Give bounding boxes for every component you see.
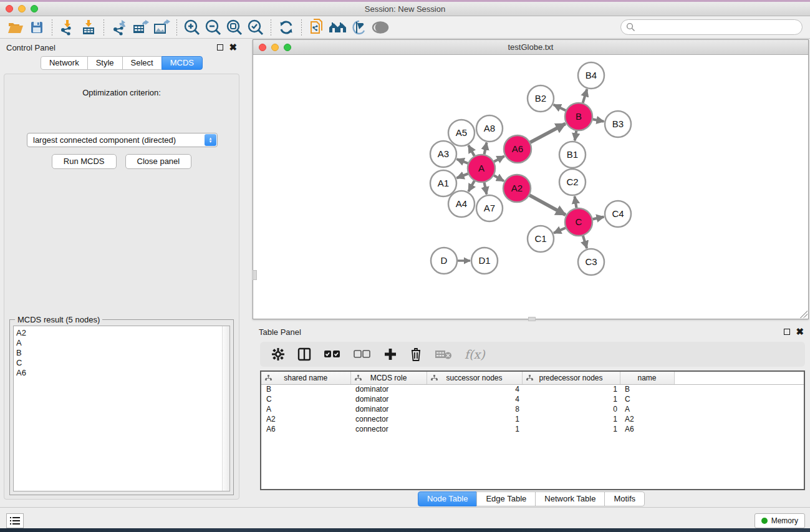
- edge-A-A3[interactable]: [457, 159, 468, 163]
- graph-node-B[interactable]: B: [565, 103, 592, 130]
- edge-A-A5[interactable]: [468, 145, 474, 156]
- column-header-shared-name[interactable]: shared name: [261, 372, 350, 384]
- cell-successor-nodes[interactable]: 4: [427, 384, 522, 394]
- graph-node-A8[interactable]: A8: [476, 115, 503, 142]
- network-view-window[interactable]: testGlobe.txt AA1A2A3A4A5A6A7A8BB1B2B3B4…: [253, 39, 809, 319]
- search-input[interactable]: [635, 22, 791, 32]
- close-panel-icon[interactable]: ✖: [229, 44, 237, 51]
- edge-B-B1[interactable]: [575, 131, 577, 141]
- show-column-icon[interactable]: [297, 347, 311, 361]
- cell-shared-name[interactable]: C: [261, 394, 350, 404]
- tab-motifs[interactable]: Motifs: [604, 491, 645, 506]
- cell-successor-nodes[interactable]: 1: [427, 414, 522, 424]
- tab-network-table[interactable]: Network Table: [535, 491, 605, 506]
- graph-node-B3[interactable]: B3: [605, 111, 631, 137]
- table-row[interactable]: Adominator80A: [261, 404, 804, 414]
- criterion-select[interactable]: largest connected component (directed) ▲…: [27, 133, 218, 147]
- import-network-icon[interactable]: [57, 18, 78, 37]
- graph-node-C2[interactable]: C2: [559, 169, 586, 195]
- cell-MCDS-role[interactable]: connector: [350, 424, 427, 434]
- edge-A-A4[interactable]: [468, 181, 474, 191]
- graph-node-A1[interactable]: A1: [430, 170, 456, 196]
- cell-name[interactable]: A6: [620, 424, 674, 434]
- task-history-icon[interactable]: [6, 513, 24, 528]
- delete-table-icon[interactable]: [435, 349, 452, 360]
- cell-predecessor-nodes[interactable]: 0: [522, 404, 620, 414]
- tab-node-table[interactable]: Node Table: [418, 491, 478, 506]
- cell-successor-nodes[interactable]: 8: [427, 404, 522, 414]
- network-canvas[interactable]: AA1A2A3A4A5A6A7A8BB1B2B3B4CC1C2C3C4DD1: [253, 55, 808, 319]
- cell-predecessor-nodes[interactable]: 1: [522, 414, 620, 424]
- new-session-from-network-icon[interactable]: [306, 18, 327, 37]
- cell-MCDS-role[interactable]: connector: [350, 414, 427, 424]
- cell-shared-name[interactable]: A: [261, 404, 350, 414]
- graph-node-A5[interactable]: A5: [448, 120, 475, 146]
- export-table-icon[interactable]: [130, 18, 151, 37]
- cell-name[interactable]: C: [620, 394, 674, 404]
- tab-style[interactable]: Style: [87, 56, 123, 70]
- edge-C-C4[interactable]: [593, 217, 604, 220]
- table-options-icon[interactable]: [271, 347, 285, 361]
- mcds-result-item[interactable]: A6: [16, 368, 229, 378]
- cell-MCDS-role[interactable]: dominator: [350, 394, 427, 404]
- graph-node-A7[interactable]: A7: [476, 195, 503, 221]
- float-panel-icon[interactable]: [217, 44, 223, 51]
- column-header-predecessor-nodes[interactable]: predecessor nodes: [522, 372, 620, 384]
- graph-node-C1[interactable]: C1: [528, 226, 554, 252]
- cell-shared-name[interactable]: A2: [261, 414, 350, 424]
- column-header-successor-nodes[interactable]: successor nodes: [427, 372, 522, 384]
- hide-selection-icon[interactable]: [349, 18, 370, 37]
- cell-shared-name[interactable]: B: [261, 384, 350, 394]
- graph-node-B2[interactable]: B2: [528, 85, 554, 112]
- cell-name[interactable]: B: [620, 384, 674, 394]
- mcds-result-item[interactable]: C: [16, 358, 229, 368]
- memory-button[interactable]: Memory: [755, 513, 805, 528]
- graph-node-D[interactable]: D: [431, 248, 457, 274]
- table-row[interactable]: Bdominator41B: [261, 384, 804, 394]
- table-row[interactable]: Cdominator41C: [261, 394, 804, 404]
- window-resize-grip-bottom[interactable]: [528, 317, 536, 321]
- zoom-selected-icon[interactable]: [245, 18, 266, 37]
- network-graph[interactable]: AA1A2A3A4A5A6A7A8BB1B2B3B4CC1C2C3C4DD1: [253, 55, 808, 319]
- cell-name[interactable]: A: [620, 404, 674, 414]
- graph-node-D1[interactable]: D1: [471, 248, 498, 274]
- column-header-MCDS-role[interactable]: MCDS role: [350, 372, 427, 384]
- zoom-in-icon[interactable]: [181, 18, 203, 37]
- tab-edge-table[interactable]: Edge Table: [476, 491, 536, 506]
- deselect-all-icon[interactable]: [354, 350, 371, 359]
- graph-node-A3[interactable]: A3: [430, 141, 456, 167]
- float-panel-icon[interactable]: [784, 329, 790, 335]
- cell-MCDS-role[interactable]: dominator: [350, 384, 427, 394]
- import-table-icon[interactable]: [78, 18, 99, 37]
- mcds-result-item[interactable]: B: [16, 348, 229, 358]
- edge-B-B4[interactable]: [583, 89, 587, 103]
- graph-node-A2[interactable]: A2: [503, 175, 531, 202]
- zoom-fit-icon[interactable]: [224, 18, 245, 37]
- select-all-icon[interactable]: [324, 350, 341, 359]
- edge-C-C3[interactable]: [583, 236, 587, 248]
- cell-predecessor-nodes[interactable]: 1: [522, 394, 620, 404]
- open-file-icon[interactable]: [5, 18, 26, 37]
- graph-node-C3[interactable]: C3: [578, 249, 604, 275]
- tab-select[interactable]: Select: [122, 56, 162, 70]
- cell-MCDS-role[interactable]: dominator: [350, 404, 427, 414]
- node-table[interactable]: shared nameMCDS rolesuccessor nodesprede…: [260, 370, 805, 490]
- window-resize-grip-left[interactable]: [253, 270, 257, 280]
- edge-A6-B[interactable]: [530, 123, 565, 142]
- window-titlebar[interactable]: Session: New Session: [0, 2, 810, 16]
- edge-B-B3[interactable]: [593, 119, 604, 121]
- graph-node-A[interactable]: A: [468, 155, 495, 182]
- save-session-icon[interactable]: [26, 18, 47, 37]
- window-resize-grip-corner[interactable]: [800, 311, 808, 318]
- edge-A-A8[interactable]: [485, 143, 487, 155]
- scrollbar-track[interactable]: [222, 326, 229, 491]
- export-image-icon[interactable]: [151, 18, 172, 37]
- function-builder-icon[interactable]: f(x): [465, 347, 485, 361]
- search-box[interactable]: [620, 19, 803, 35]
- cell-name[interactable]: A2: [620, 414, 674, 424]
- table-row[interactable]: A6connector11A6: [261, 424, 804, 434]
- add-column-icon[interactable]: [383, 347, 397, 361]
- edge-B-B2[interactable]: [554, 105, 566, 110]
- delete-column-icon[interactable]: [410, 347, 422, 362]
- edge-A2-C[interactable]: [529, 195, 566, 215]
